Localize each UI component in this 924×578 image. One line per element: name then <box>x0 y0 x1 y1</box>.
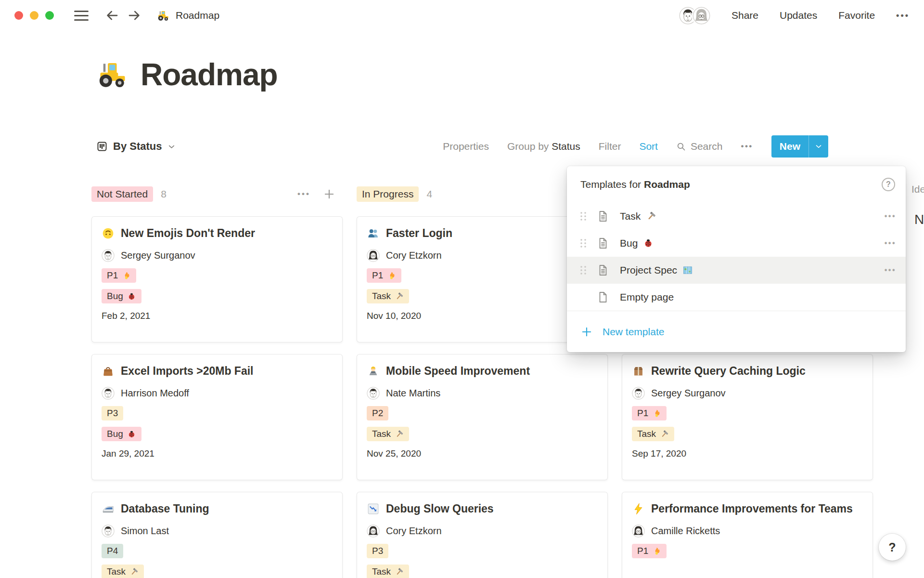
template-more-icon[interactable]: ••• <box>885 212 896 221</box>
ladybug-icon <box>127 292 136 301</box>
hammer-icon <box>660 430 669 439</box>
more-options-icon[interactable]: ••• <box>896 11 910 21</box>
back-arrow-icon[interactable] <box>105 8 119 23</box>
assignee-name: Sergey Surganov <box>121 250 195 261</box>
chart-decreasing-icon <box>367 502 380 515</box>
column-status-pill[interactable]: In Progress <box>357 186 419 202</box>
template-item-empty-page[interactable]: Empty page <box>567 284 906 311</box>
fire-icon <box>387 271 396 280</box>
sidebar-menu-icon[interactable] <box>74 11 89 21</box>
card-title: Excel Imports >20Mb Fail <box>121 363 253 379</box>
search-button[interactable]: Search <box>676 141 723 152</box>
tag-label: P3 <box>107 408 118 419</box>
avatar <box>102 387 115 400</box>
properties-button[interactable]: Properties <box>443 141 489 152</box>
view-label: By Status <box>113 140 162 153</box>
toolbar-more-icon[interactable]: ••• <box>741 142 753 151</box>
new-button-label[interactable]: New <box>771 135 808 158</box>
column-status-pill[interactable]: Not Started <box>91 186 153 202</box>
card-query-caching[interactable]: Rewrite Query Caching Logic Sergey Surga… <box>622 354 873 480</box>
ladybug-icon <box>127 430 136 439</box>
tag-label: P1 <box>637 408 648 419</box>
sort-button[interactable]: Sort <box>639 141 658 152</box>
collaborator-avatars[interactable] <box>679 7 710 25</box>
help-circle-icon[interactable]: ? <box>882 178 895 191</box>
card-database-tuning[interactable]: Database Tuning Simon Last P4 Task <box>91 492 343 578</box>
tag-label: Task <box>107 566 126 577</box>
busts-in-silhouette-icon <box>367 227 380 240</box>
type-tag: Task <box>632 427 674 441</box>
template-item-bug[interactable]: Bug ••• <box>567 230 906 257</box>
assignee-name: Simon Last <box>121 525 169 537</box>
new-template-button[interactable]: New template <box>567 311 906 352</box>
card-mobile-speed[interactable]: Mobile Speed Improvement Nate Martins P2… <box>357 354 608 480</box>
hammer-icon <box>395 430 404 439</box>
chevron-down-icon <box>167 142 176 151</box>
tag-label: Bug <box>107 429 123 439</box>
forward-arrow-icon[interactable] <box>127 8 141 23</box>
drag-handle-icon[interactable] <box>579 211 587 222</box>
drag-handle-icon[interactable] <box>579 265 587 276</box>
updates-button[interactable]: Updates <box>780 10 817 21</box>
plus-icon <box>580 326 593 338</box>
template-item-project-spec[interactable]: Project Spec ••• <box>567 257 906 284</box>
templates-popup: Templates for Roadmap ? Task ••• Bug •••… <box>567 166 906 352</box>
avatar <box>102 525 115 538</box>
assignee-name: Cory Etzkorn <box>386 250 442 261</box>
tag-label: Task <box>372 429 391 439</box>
avatar <box>367 387 380 400</box>
avatar <box>367 525 380 538</box>
view-switcher[interactable]: By Status <box>96 140 176 153</box>
tag-label: P2 <box>372 408 383 419</box>
tag-label: P4 <box>107 546 118 556</box>
close-window-button[interactable] <box>14 11 23 20</box>
card-performance-improvements[interactable]: Performance Improvements for Teams Camil… <box>622 492 873 578</box>
fire-icon <box>652 547 661 556</box>
zoom-window-button[interactable] <box>45 11 54 20</box>
card-title: Performance Improvements for Teams <box>651 501 853 516</box>
template-more-icon[interactable]: ••• <box>885 239 896 248</box>
filter-button[interactable]: Filter <box>599 141 621 152</box>
templates-popup-header: Templates for Roadmap ? <box>567 166 906 203</box>
new-dropdown-button[interactable] <box>809 135 828 158</box>
help-fab-button[interactable]: ? <box>879 534 906 561</box>
new-template-label: New template <box>603 326 664 338</box>
tag-label: Bug <box>107 291 123 302</box>
column-count: 4 <box>426 188 432 200</box>
gray-haired-sketch-avatar <box>693 7 710 25</box>
minimize-window-button[interactable] <box>30 11 38 20</box>
high-speed-train-icon <box>102 502 115 515</box>
document-icon <box>597 237 609 250</box>
card-new-emojis[interactable]: New Emojis Don't Render Sergey Surganov … <box>91 216 343 342</box>
priority-tag: P1 <box>102 268 136 283</box>
drag-handle-icon[interactable] <box>579 238 587 249</box>
column-add-icon[interactable] <box>323 188 335 200</box>
page-title[interactable]: Roadmap <box>141 57 278 92</box>
template-item-task[interactable]: Task ••• <box>567 203 906 230</box>
assignee-name: Sergey Surganov <box>651 388 726 399</box>
priority-tag: P1 <box>632 544 667 558</box>
group-by-button[interactable]: Group by Status <box>507 141 580 152</box>
new-button[interactable]: New <box>771 135 828 158</box>
share-button[interactable]: Share <box>732 10 758 21</box>
hammer-icon <box>646 211 656 222</box>
hammer-icon <box>129 567 139 577</box>
template-more-icon[interactable]: ••• <box>885 266 896 275</box>
breadcrumb[interactable]: Roadmap <box>157 9 219 22</box>
card-excel-imports[interactable]: Excel Imports >20Mb Fail Harrison Medoff… <box>91 354 343 480</box>
card-debug-queries[interactable]: Debug Slow Queries Cory Etzkorn P3 Task <box>357 492 608 578</box>
page-header: Roadmap <box>96 57 278 92</box>
favorite-button[interactable]: Favorite <box>838 10 875 21</box>
tractor-icon[interactable] <box>96 58 129 91</box>
fire-icon <box>652 409 661 418</box>
priority-tag: P4 <box>102 544 123 558</box>
popup-title-prefix: Templates for <box>580 179 641 190</box>
type-tag: Task <box>367 427 409 441</box>
document-icon <box>597 264 609 276</box>
board-view-icon <box>96 141 108 152</box>
column-count: 8 <box>161 188 167 200</box>
priority-tag: P1 <box>632 406 667 420</box>
card-date: Feb 2, 2021 <box>102 311 333 321</box>
tag-label: Task <box>372 291 391 302</box>
column-more-icon[interactable]: ••• <box>297 189 310 199</box>
